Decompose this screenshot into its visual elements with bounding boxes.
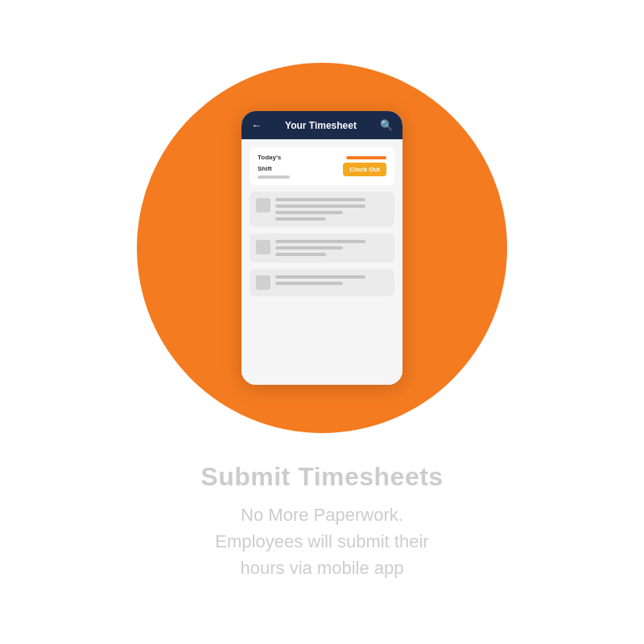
timesheet-card-2 xyxy=(250,233,394,262)
page-container: ← Your Timesheet 🔍 Today's Shift Clock xyxy=(0,0,644,644)
timesheet-card-1 xyxy=(250,192,394,227)
text-section: Submit Timesheets No More Paperwork. Emp… xyxy=(152,462,491,581)
shift-label-line2: Shift xyxy=(258,165,290,173)
desc-line1: No More Paperwork. xyxy=(241,505,403,525)
card-line xyxy=(275,253,326,256)
card-line xyxy=(275,275,365,279)
card-line xyxy=(275,246,343,250)
shift-right-area: Clock Out xyxy=(343,156,386,176)
phone-title: Your Timesheet xyxy=(285,120,357,131)
shift-row: Today's Shift Clock Out xyxy=(250,147,394,185)
orange-progress-line xyxy=(346,156,386,159)
phone-body: Today's Shift Clock Out xyxy=(242,139,402,385)
back-icon: ← xyxy=(251,119,262,131)
sub-description: No More Paperwork. Employees will submit… xyxy=(200,502,443,581)
search-icon[interactable]: 🔍 xyxy=(380,119,393,131)
shift-label-area: Today's Shift xyxy=(258,154,290,179)
card-line xyxy=(275,204,365,208)
card-line xyxy=(275,282,343,285)
shift-bar xyxy=(258,175,290,179)
card-icon-2 xyxy=(256,240,270,254)
phone-header: ← Your Timesheet 🔍 xyxy=(242,111,402,139)
back-button[interactable]: ← xyxy=(251,119,262,131)
card-lines-1 xyxy=(275,198,388,221)
shift-label-line1: Today's xyxy=(258,154,290,162)
main-title: Submit Timesheets xyxy=(200,462,443,492)
card-lines-3 xyxy=(275,275,388,285)
desc-line2: Employees will submit their xyxy=(215,531,428,551)
card-line xyxy=(275,198,365,201)
timesheet-card-3 xyxy=(250,269,394,296)
phone-mockup: ← Your Timesheet 🔍 Today's Shift Clock xyxy=(242,111,402,385)
orange-circle: ← Your Timesheet 🔍 Today's Shift Clock xyxy=(137,63,507,433)
card-line xyxy=(275,240,365,243)
desc-line3: hours via mobile app xyxy=(240,558,403,578)
clock-out-button[interactable]: Clock Out xyxy=(343,163,386,176)
card-icon-1 xyxy=(256,198,270,213)
card-line xyxy=(275,211,343,214)
card-line xyxy=(275,217,326,221)
card-icon-3 xyxy=(256,275,270,290)
card-lines-2 xyxy=(275,240,388,256)
